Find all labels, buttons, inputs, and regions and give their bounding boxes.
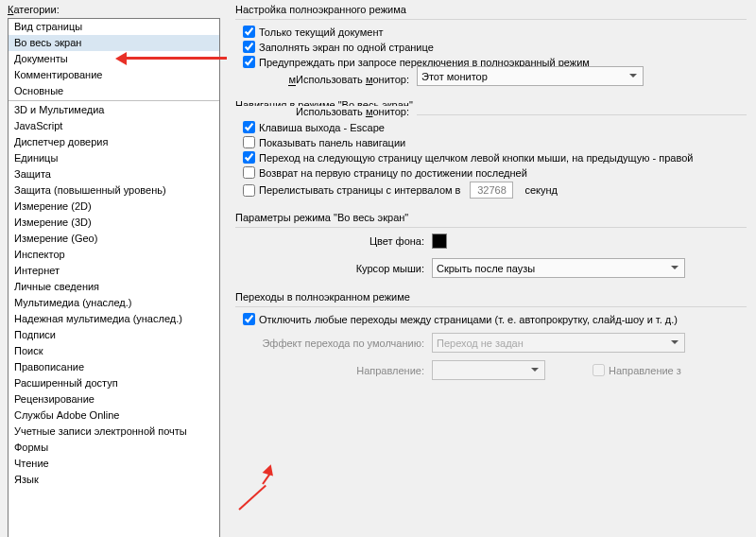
default-effect-select: Переход не задан: [432, 333, 685, 353]
category-item[interactable]: Единицы: [9, 150, 219, 166]
categories-label: Категории:: [8, 4, 220, 15]
separator: [9, 100, 219, 101]
show-nav-panel-checkbox[interactable]: Показывать панель навигации: [243, 136, 747, 148]
default-effect-label: Эффект перехода по умолчанию:: [235, 338, 432, 349]
disable-transitions-checkbox[interactable]: Отключить любые переходы между страницам…: [243, 313, 747, 325]
fullscreen-params-group: Параметры режима "Во весь экран" Цвет фо…: [235, 212, 747, 278]
category-item[interactable]: Измерение (2D): [9, 199, 219, 215]
category-item[interactable]: Службы Adobe Online: [9, 407, 219, 424]
group-title: Параметры режима "Во весь экран": [235, 212, 747, 223]
category-item[interactable]: Язык: [9, 472, 219, 488]
monitor-label: мИспользовать монитор:: [235, 74, 417, 85]
separator: [235, 19, 747, 20]
category-item[interactable]: Формы: [9, 440, 219, 456]
category-item[interactable]: Рецензирование: [9, 391, 219, 407]
monitor-label-text: Использовать монитор:: [235, 106, 417, 117]
category-item[interactable]: Чтение: [9, 456, 219, 472]
auto-flip-checkbox[interactable]: [243, 184, 255, 197]
bg-color-label: Цвет фона:: [235, 235, 432, 247]
category-item[interactable]: Диспетчер доверия: [9, 134, 219, 150]
category-item[interactable]: Мультимедиа (унаслед.): [9, 295, 219, 311]
category-item[interactable]: Во весь экран: [9, 35, 219, 51]
category-item[interactable]: Правописание: [9, 359, 219, 375]
category-item[interactable]: Личные сведения: [9, 279, 219, 295]
interval-input[interactable]: [470, 182, 513, 199]
escape-exit-checkbox[interactable]: Клавиша выхода - Escape: [243, 121, 747, 133]
category-item[interactable]: Защита: [9, 166, 219, 182]
categories-panel: Категории: Вид страницы Во весь экран До…: [0, 0, 222, 537]
monitor-select[interactable]: Этот монитор: [417, 66, 644, 86]
bg-color-swatch[interactable]: [432, 234, 447, 249]
cursor-label: Курсор мыши:: [235, 263, 432, 274]
direction-follow-checkbox: Направление з: [593, 364, 681, 376]
separator: [235, 306, 747, 307]
category-item[interactable]: Поиск: [9, 343, 219, 359]
category-item[interactable]: Интернет: [9, 263, 219, 279]
category-item[interactable]: Расширенный доступ: [9, 375, 219, 391]
category-item[interactable]: Подписи: [9, 327, 219, 343]
category-item[interactable]: Защита (повышенный уровень): [9, 182, 219, 199]
group-title: Переходы в полноэкранном режиме: [235, 291, 747, 303]
category-item[interactable]: Вид страницы: [9, 19, 219, 35]
only-current-doc-checkbox[interactable]: Только текущий документ: [243, 26, 747, 38]
direction-label: Направление:: [235, 365, 432, 376]
category-item[interactable]: Комментирование: [9, 67, 219, 83]
categories-listbox[interactable]: Вид страницы Во весь экран Документы Ком…: [8, 18, 220, 537]
loop-first-page-checkbox[interactable]: Возврат на первую страницу по достижении…: [243, 166, 747, 179]
seconds-label: секунд: [524, 184, 558, 196]
category-item[interactable]: Основные: [9, 83, 219, 99]
category-item[interactable]: Измерение (3D): [9, 215, 219, 231]
category-item[interactable]: JavaScript: [9, 118, 219, 134]
category-item[interactable]: Надежная мультимедиа (унаслед.): [9, 311, 219, 327]
category-item[interactable]: Измерение (Geo): [9, 231, 219, 247]
category-item[interactable]: 3D и Мультимедиа: [9, 102, 219, 118]
click-next-prev-checkbox[interactable]: Переход на следующую страницу щелчком ле…: [243, 151, 747, 164]
category-item[interactable]: Документы: [9, 51, 219, 67]
separator: [235, 227, 747, 228]
fill-one-page-checkbox[interactable]: Заполнять экран по одной странице: [243, 41, 747, 53]
direction-select: [432, 360, 545, 380]
category-item[interactable]: Инспектор: [9, 247, 219, 263]
group-title: Настройка полноэкранного режима: [235, 4, 747, 15]
fullscreen-transitions-group: Переходы в полноэкранном режиме Отключит…: [235, 291, 747, 380]
auto-flip-label: Перелистывать страницы с интервалом в: [259, 184, 460, 196]
fullscreen-setup-group: Настройка полноэкранного режима Только т…: [235, 4, 747, 86]
cursor-select[interactable]: Скрыть после паузы: [432, 258, 685, 278]
settings-panel: Настройка полноэкранного режима Только т…: [222, 0, 756, 537]
category-item[interactable]: Учетные записи электронной почты: [9, 424, 219, 440]
